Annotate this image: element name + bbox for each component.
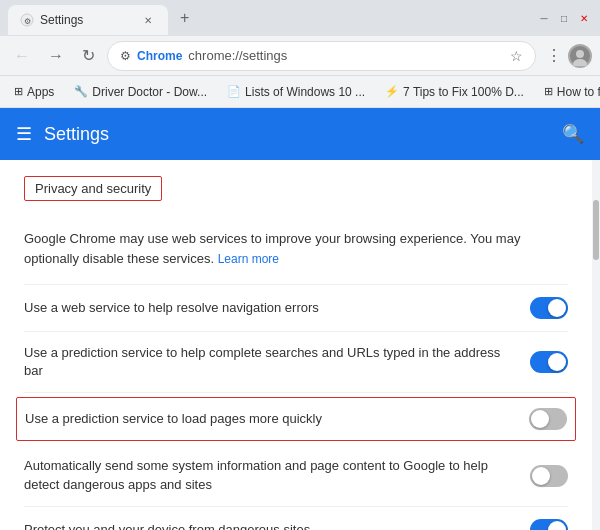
scrollbar[interactable]: [592, 160, 600, 530]
bookmarks-bar: ⊞ Apps 🔧 Driver Doctor - Dow... 📄 Lists …: [0, 76, 600, 108]
dangerous-sites-item: Protect you and your device from dangero…: [24, 507, 568, 530]
system-info-toggle[interactable]: [530, 465, 568, 487]
prediction-search-slider: [530, 351, 568, 373]
dangerous-sites-toggle[interactable]: [530, 519, 568, 530]
tab-label: Settings: [40, 13, 134, 27]
bookmark-7tips[interactable]: ⚡ 7 Tips to Fix 100% D...: [379, 83, 530, 101]
title-bar: ⚙ Settings ✕ + ─ □ ✕: [0, 0, 600, 36]
bookmark-windows-list[interactable]: 📄 Lists of Windows 10 ...: [221, 83, 371, 101]
bookmark-driver-doctor[interactable]: 🔧 Driver Doctor - Dow...: [68, 83, 213, 101]
bookmark-fix-disk-label: How to fix 100% disk...: [557, 85, 600, 99]
secure-icon: ⚙: [120, 49, 131, 63]
prediction-search-toggle[interactable]: [530, 351, 568, 373]
menu-icon[interactable]: ☰: [16, 123, 32, 145]
windows-list-icon: 📄: [227, 85, 241, 98]
navigation-errors-toggle[interactable]: [530, 297, 568, 319]
bookmark-windows-list-label: Lists of Windows 10 ...: [245, 85, 365, 99]
driver-doctor-icon: 🔧: [74, 85, 88, 98]
settings-page: ☰ Settings 🔍 Privacy and security Google…: [0, 108, 600, 530]
settings-title: Settings: [44, 124, 550, 145]
address-bar[interactable]: ⚙ Chrome chrome://settings ☆: [107, 41, 536, 71]
bookmark-fix-disk[interactable]: ⊞ How to fix 100% disk...: [538, 83, 600, 101]
reload-button[interactable]: ↻: [76, 42, 101, 69]
navigation-bar: ← → ↻ ⚙ Chrome chrome://settings ☆ ⋮: [0, 36, 600, 76]
prediction-search-item: Use a prediction service to help complet…: [24, 332, 568, 393]
settings-header: ☰ Settings 🔍: [0, 108, 600, 160]
forward-button[interactable]: →: [42, 43, 70, 69]
apps-icon: ⊞: [14, 85, 23, 98]
prediction-search-text: Use a prediction service to help complet…: [24, 344, 518, 380]
bookmark-star-icon[interactable]: ☆: [510, 48, 523, 64]
settings-content: Privacy and security Google Chrome may u…: [0, 160, 600, 530]
search-icon[interactable]: 🔍: [562, 123, 584, 145]
more-options-icon[interactable]: ⋮: [546, 46, 562, 65]
privacy-section-title: Privacy and security: [35, 181, 151, 196]
fix-disk-icon: ⊞: [544, 85, 553, 98]
bookmark-driver-doctor-label: Driver Doctor - Dow...: [92, 85, 207, 99]
tab-favicon: ⚙: [20, 13, 34, 27]
prediction-pages-slider: [529, 408, 567, 430]
prediction-pages-item: Use a prediction service to load pages m…: [16, 397, 576, 441]
settings-body: Privacy and security Google Chrome may u…: [0, 160, 592, 530]
profile-avatar[interactable]: [568, 44, 592, 68]
navigation-errors-text: Use a web service to help resolve naviga…: [24, 299, 518, 317]
prediction-pages-toggle[interactable]: [529, 408, 567, 430]
svg-point-2: [576, 50, 584, 58]
bookmark-7tips-label: 7 Tips to Fix 100% D...: [403, 85, 524, 99]
prediction-pages-text: Use a prediction service to load pages m…: [25, 410, 517, 428]
new-tab-button[interactable]: +: [172, 5, 197, 31]
svg-text:⚙: ⚙: [24, 17, 31, 26]
system-info-text: Automatically send some system informati…: [24, 457, 518, 493]
intro-setting-item: Google Chrome may use web services to im…: [24, 217, 568, 285]
bookmark-apps[interactable]: ⊞ Apps: [8, 83, 60, 101]
minimize-button[interactable]: ─: [536, 10, 552, 26]
tab-close-button[interactable]: ✕: [140, 13, 156, 28]
window-controls: ─ □ ✕: [536, 10, 592, 26]
close-button[interactable]: ✕: [576, 10, 592, 26]
browser-window: ⚙ Settings ✕ + ─ □ ✕ ← → ↻ ⚙ Chrome chro…: [0, 0, 600, 530]
navigation-errors-slider: [530, 297, 568, 319]
intro-text: Google Chrome may use web services to im…: [24, 231, 520, 266]
learn-more-link[interactable]: Learn more: [218, 252, 279, 266]
privacy-section-header: Privacy and security: [24, 176, 162, 201]
bookmark-apps-label: Apps: [27, 85, 54, 99]
system-info-item: Automatically send some system informati…: [24, 445, 568, 506]
back-button[interactable]: ←: [8, 43, 36, 69]
dangerous-sites-text: Protect you and your device from dangero…: [24, 521, 518, 530]
system-info-slider: [530, 465, 568, 487]
address-prefix: Chrome: [137, 49, 182, 63]
address-text: chrome://settings: [188, 48, 504, 63]
svg-point-3: [573, 59, 587, 66]
7tips-icon: ⚡: [385, 85, 399, 98]
active-tab[interactable]: ⚙ Settings ✕: [8, 5, 168, 35]
navigation-errors-item: Use a web service to help resolve naviga…: [24, 285, 568, 332]
dangerous-sites-slider: [530, 519, 568, 530]
maximize-button[interactable]: □: [556, 10, 572, 26]
scrollbar-thumb[interactable]: [593, 200, 599, 260]
